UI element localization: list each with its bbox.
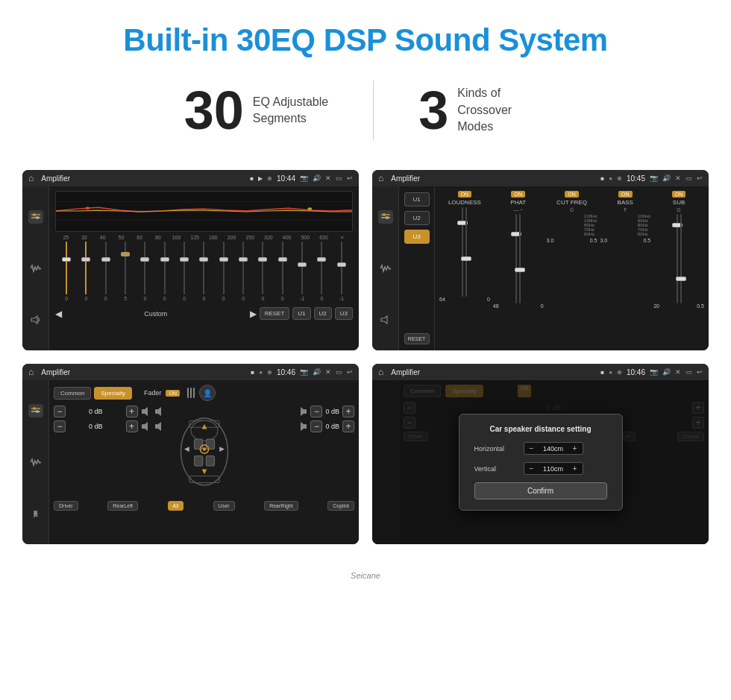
xover-phat-slider1[interactable] [515,214,517,303]
confirm-button[interactable]: Confirm [474,482,607,499]
dist-window-icon[interactable]: ▭ [685,368,692,376]
fader-close-icon[interactable]: ✕ [325,368,331,376]
fader-rearright-btn[interactable]: RearRight [264,501,298,511]
eq-prev-icon[interactable]: ◀ [55,309,62,319]
eq-volume-icon[interactable]: 🔊 [313,174,321,182]
xover-phat-slider2[interactable] [519,214,521,303]
fader-icon-wave[interactable] [28,455,43,469]
fader-icon-tune[interactable] [28,404,43,417]
eq-close-icon[interactable]: ✕ [325,174,331,182]
eq-slider-15[interactable]: -1 [332,242,351,301]
fader-speaker-bl [141,421,151,432]
fader-right-top-plus[interactable]: + [342,406,354,417]
eq-slider-10[interactable]: 0 [233,242,253,301]
eq-camera-icon[interactable]: 📷 [300,174,308,182]
eq-slider-3[interactable]: 0 [96,242,116,301]
fader-left-top-minus[interactable]: − [54,406,66,417]
fader-profile-icon[interactable]: 👤 [199,385,216,401]
fader-icon-bt[interactable] [28,507,43,520]
fader-rearleft-btn[interactable]: RearLeft [107,501,138,511]
fader-specialty-btn[interactable]: Specialty [94,387,131,400]
eq-slider-11[interactable]: 0 [253,242,272,301]
dist-body: Common Specialty ON − 0 dB + − [372,380,709,544]
eq-slider-12[interactable]: 0 [273,242,292,301]
eq-icon-wave[interactable] [28,262,43,275]
xover-reset-btn-side[interactable]: RESET [404,333,430,344]
xover-icon-wave[interactable] [378,262,393,275]
fader-camera-icon[interactable]: 📷 [300,368,308,376]
xover-camera-icon[interactable]: 📷 [650,174,658,182]
eq-icon-tune[interactable] [28,210,43,224]
fader-right-top-minus[interactable]: − [310,406,322,417]
fader-left-top-plus[interactable]: + [126,406,138,417]
fader-right-bot-plus[interactable]: + [342,420,354,432]
xover-close-icon[interactable]: ✕ [675,174,681,182]
freq-more[interactable]: » [333,235,351,240]
eq-icon-vol[interactable] [28,313,43,327]
xover-ch-cutfreq: ON CUT FREQ G 120Hz100Hz80Hz70Hz60Hz 3.0… [547,191,597,346]
xover-u1-btn[interactable]: U1 [404,192,430,206]
xover-sub-on[interactable]: ON [672,191,686,198]
xover-icon-vol[interactable] [378,313,393,327]
eq-u3-btn[interactable]: U3 [335,307,353,320]
eq-home-icon[interactable]: ⌂ [28,173,34,183]
xover-sub-slider2[interactable] [680,214,682,303]
eq-slider-8[interactable]: 0 [194,242,213,301]
dist-home-icon[interactable]: ⌂ [378,367,383,377]
eq-slider-1[interactable]: 0 [57,242,76,301]
fader-driver-btn[interactable]: Driver [54,501,78,511]
fader-car-svg [171,406,238,498]
fader-back-icon[interactable]: ↩ [347,368,353,376]
dist-back-icon[interactable]: ↩ [697,368,703,376]
xover-home-icon[interactable]: ⌂ [378,173,383,183]
fader-left-bot-minus[interactable]: − [54,420,66,432]
fader-on-badge[interactable]: ON [166,390,180,397]
eq-window-icon[interactable]: ▭ [336,174,342,182]
dialog-horizontal-minus[interactable]: − [527,444,536,453]
dist-volume-icon[interactable]: 🔊 [662,368,671,376]
xover-u2-btn[interactable]: U2 [404,211,430,225]
eq-u1-btn[interactable]: U1 [292,307,310,320]
eq-reset-btn[interactable]: RESET [260,307,290,320]
eq-slider-7[interactable]: 0 [175,242,194,301]
xover-loudness-slider1[interactable] [462,207,463,297]
xover-icon-tune[interactable] [378,210,393,224]
xover-bass-on[interactable]: ON [618,191,633,198]
xover-cutfreq-on[interactable]: ON [565,191,579,198]
eq-u2-btn[interactable]: U2 [314,307,332,320]
eq-slider-2[interactable]: 0 [76,242,95,301]
fader-right-bot-minus[interactable]: − [310,420,322,432]
dist-close-icon[interactable]: ✕ [675,368,681,376]
xover-u3-btn[interactable]: U3 [404,230,430,244]
dialog-vertical-plus[interactable]: + [571,464,580,473]
xover-sub-slider1[interactable] [677,214,678,303]
fader-copilot-btn[interactable]: Copilot [327,501,354,511]
fader-window-icon[interactable]: ▭ [336,368,342,376]
dialog-vertical-minus[interactable]: − [527,464,536,473]
eq-slider-13[interactable]: -1 [292,242,312,301]
eq-slider-6[interactable]: 0 [155,242,175,301]
dist-camera-icon[interactable]: 📷 [650,368,658,376]
xover-window-icon[interactable]: ▭ [685,174,692,182]
fader-user-btn[interactable]: User [213,501,235,511]
xover-volume-icon[interactable]: 🔊 [662,174,671,182]
fader-all-btn[interactable]: All [168,501,184,511]
eq-slider-14[interactable]: 0 [312,242,331,301]
fader-volume-icon[interactable]: 🔊 [313,368,321,376]
xover-loudness-sliders [462,207,467,297]
fader-common-btn[interactable]: Common [54,387,91,400]
dialog-horizontal-plus[interactable]: + [571,444,580,453]
xover-phat-on[interactable]: ON [511,191,525,198]
fader-home-icon[interactable]: ⌂ [28,367,34,377]
xover-back-icon[interactable]: ↩ [697,174,703,182]
xover-loudness-on[interactable]: ON [458,191,472,198]
eq-slider-9[interactable]: 0 [214,242,233,301]
eq-back-icon[interactable]: ↩ [347,174,353,182]
eq-slider-4[interactable]: 5 [116,242,135,301]
eq-next-icon[interactable]: ▶ [250,309,257,319]
fader-pin-icon: ⊕ [267,369,272,376]
eq-slider-5[interactable]: 0 [135,242,154,301]
fader-left-bot-plus[interactable]: + [126,420,138,432]
eq-play-icon[interactable]: ▶ [258,175,263,182]
fader-right: − 0 dB + − 0 dB + [244,406,355,498]
